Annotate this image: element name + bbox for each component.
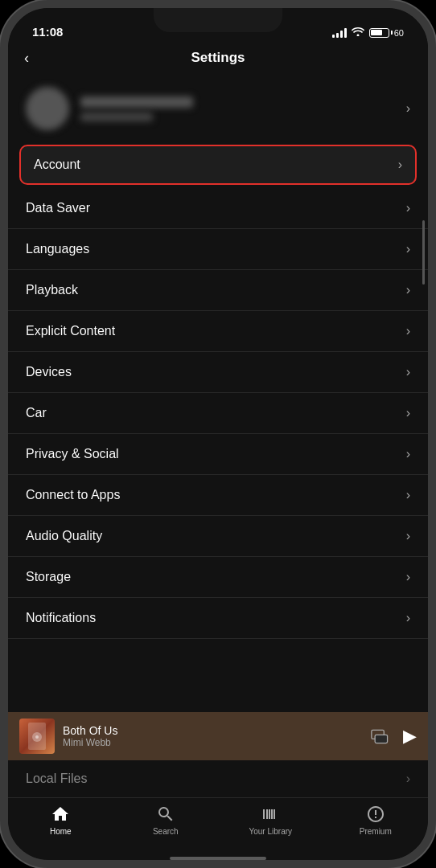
- settings-item-account-label: Account: [34, 158, 80, 172]
- nav-label-library: Your Library: [249, 827, 292, 836]
- settings-item-connect-to-apps-label: Connect to Apps: [26, 488, 120, 502]
- profile-chevron-icon: ›: [406, 101, 410, 116]
- data-saver-chevron-icon: ›: [406, 201, 410, 215]
- audio-quality-chevron-icon: ›: [406, 529, 410, 543]
- profile-sub-blurred: [80, 113, 153, 121]
- settings-content[interactable]: › Account › Data Saver › Languages ›: [8, 76, 428, 712]
- now-playing-bar[interactable]: Both Of Us Mimi Webb ▶: [8, 712, 428, 760]
- phone-frame: 11:08 60: [0, 0, 436, 868]
- settings-item-playback-label: Playback: [26, 283, 78, 297]
- phone-screen: 11:08 60: [8, 8, 428, 860]
- search-icon: [156, 805, 175, 824]
- devices-chevron-icon: ›: [406, 365, 410, 379]
- account-chevron-icon: ›: [398, 158, 402, 172]
- storage-chevron-icon: ›: [406, 570, 410, 584]
- settings-item-account[interactable]: Account ›: [19, 145, 417, 185]
- local-files-row[interactable]: Local Files ›: [8, 760, 428, 797]
- privacy-social-chevron-icon: ›: [406, 447, 410, 461]
- page-title: Settings: [191, 50, 245, 66]
- premium-icon: [366, 805, 385, 824]
- wifi-icon: [352, 27, 364, 39]
- scroll-indicator: [422, 220, 425, 285]
- play-button[interactable]: ▶: [403, 726, 417, 747]
- settings-item-languages-label: Languages: [26, 242, 89, 256]
- now-playing-info: Both Of Us Mimi Webb: [63, 724, 363, 748]
- notifications-chevron-icon: ›: [406, 611, 410, 625]
- settings-item-data-saver-label: Data Saver: [26, 201, 90, 215]
- settings-item-storage-label: Storage: [26, 570, 71, 584]
- connect-device-icon[interactable]: [371, 729, 390, 743]
- home-indicator: [170, 857, 266, 860]
- settings-list: Account › Data Saver › Languages › Playb…: [8, 145, 428, 639]
- settings-item-explicit-content[interactable]: Explicit Content ›: [8, 311, 428, 352]
- settings-item-notifications-label: Notifications: [26, 611, 96, 625]
- nav-item-home[interactable]: Home: [36, 805, 84, 836]
- settings-item-explicit-content-label: Explicit Content: [26, 324, 115, 338]
- status-icons: 60: [332, 27, 404, 39]
- settings-item-audio-quality[interactable]: Audio Quality ›: [8, 516, 428, 557]
- explicit-content-chevron-icon: ›: [406, 324, 410, 338]
- now-playing-artist: Mimi Webb: [63, 737, 363, 748]
- signal-bars-icon: [332, 28, 347, 38]
- bottom-navigation: Home Search Your Library Premium: [8, 797, 428, 852]
- avatar: [26, 87, 69, 130]
- settings-item-notifications[interactable]: Notifications ›: [8, 598, 428, 639]
- library-icon: [261, 805, 280, 824]
- settings-item-storage[interactable]: Storage ›: [8, 557, 428, 598]
- battery-indicator: 60: [369, 28, 404, 38]
- settings-item-languages[interactable]: Languages ›: [8, 229, 428, 270]
- local-files-chevron-icon: ›: [406, 772, 410, 786]
- nav-label-search: Search: [153, 827, 179, 836]
- settings-item-devices[interactable]: Devices ›: [8, 352, 428, 393]
- nav-item-library[interactable]: Your Library: [246, 805, 294, 836]
- settings-item-playback[interactable]: Playback ›: [8, 270, 428, 311]
- nav-label-home: Home: [50, 827, 72, 836]
- connect-to-apps-chevron-icon: ›: [406, 488, 410, 502]
- status-time: 11:08: [32, 25, 63, 39]
- svg-point-2: [35, 735, 39, 739]
- settings-item-devices-label: Devices: [26, 365, 72, 379]
- home-icon: [51, 805, 70, 824]
- nav-item-premium[interactable]: Premium: [352, 805, 400, 836]
- notch: [154, 8, 282, 32]
- back-button[interactable]: ‹: [24, 50, 29, 67]
- now-playing-title: Both Of Us: [63, 724, 363, 737]
- nav-item-search[interactable]: Search: [142, 805, 190, 836]
- nav-label-premium: Premium: [360, 827, 392, 836]
- settings-item-car[interactable]: Car ›: [8, 393, 428, 434]
- settings-item-audio-quality-label: Audio Quality: [26, 529, 102, 543]
- playback-chevron-icon: ›: [406, 283, 410, 297]
- local-files-label: Local Files: [26, 772, 87, 786]
- battery-level: 60: [394, 28, 404, 38]
- now-playing-controls: ▶: [371, 726, 417, 747]
- settings-item-privacy-social-label: Privacy & Social: [26, 447, 119, 461]
- settings-item-car-label: Car: [26, 406, 47, 420]
- settings-item-privacy-social[interactable]: Privacy & Social ›: [8, 434, 428, 475]
- svg-rect-4: [375, 735, 387, 743]
- profile-row[interactable]: ›: [8, 76, 428, 141]
- settings-item-connect-to-apps[interactable]: Connect to Apps ›: [8, 475, 428, 516]
- languages-chevron-icon: ›: [406, 242, 410, 256]
- app-header: ‹ Settings: [8, 43, 428, 76]
- car-chevron-icon: ›: [406, 406, 410, 420]
- album-art: [19, 719, 55, 754]
- settings-item-data-saver[interactable]: Data Saver ›: [8, 188, 428, 229]
- profile-name-blurred: [80, 96, 193, 108]
